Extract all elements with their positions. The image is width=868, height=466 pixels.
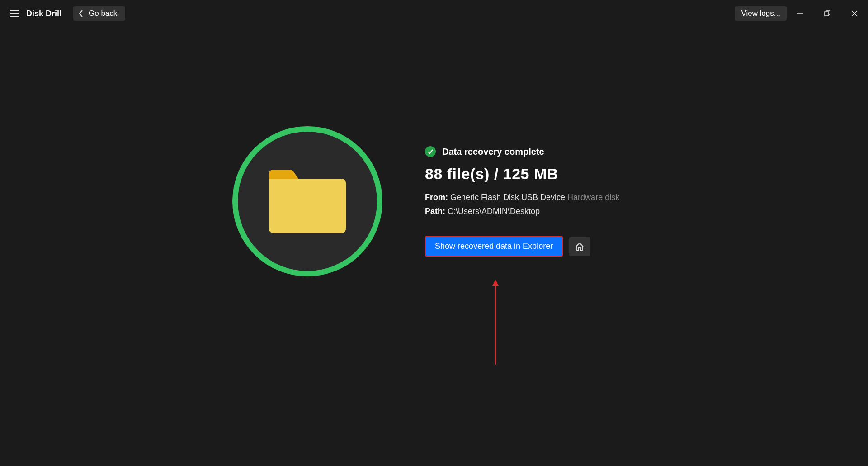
path-line: Path: C:\Users\ADMIN\Desktop <box>425 207 637 216</box>
main-content: Data recovery complete 88 file(s) / 125 … <box>0 27 868 466</box>
recovery-complete-badge <box>231 124 384 278</box>
go-back-button[interactable]: Go back <box>73 6 125 21</box>
home-icon <box>575 242 585 252</box>
svg-rect-1 <box>825 12 829 16</box>
minimize-button[interactable] <box>787 0 814 27</box>
show-in-explorer-label: Show recovered data in Explorer <box>435 242 553 251</box>
status-text: Data recovery complete <box>442 147 544 157</box>
from-label: From: <box>425 193 448 202</box>
topbar: Disk Drill Go back View logs... <box>0 0 868 27</box>
action-row: Show recovered data in Explorer <box>425 236 637 257</box>
recovery-info: Data recovery complete 88 file(s) / 125 … <box>425 146 637 257</box>
from-line: From: Generic Flash Disk USB Device Hard… <box>425 193 637 202</box>
show-in-explorer-button[interactable]: Show recovered data in Explorer <box>425 236 563 257</box>
app-title: Disk Drill <box>26 9 61 19</box>
status-line: Data recovery complete <box>425 146 637 157</box>
from-value: Generic Flash Disk USB Device <box>450 193 565 202</box>
path-value: C:\Users\ADMIN\Desktop <box>448 207 540 216</box>
chevron-left-icon <box>79 10 83 17</box>
hamburger-icon[interactable] <box>9 8 20 19</box>
folder-icon <box>267 167 348 235</box>
view-logs-button[interactable]: View logs... <box>735 6 787 21</box>
recovery-summary: 88 file(s) / 125 MB <box>425 165 637 183</box>
view-logs-label: View logs... <box>741 9 780 18</box>
close-button[interactable] <box>841 0 868 27</box>
go-back-label: Go back <box>89 9 117 18</box>
check-circle-icon <box>425 146 436 157</box>
home-button[interactable] <box>569 237 590 256</box>
from-hint: Hardware disk <box>567 193 619 202</box>
maximize-button[interactable] <box>814 0 841 27</box>
path-label: Path: <box>425 207 445 216</box>
